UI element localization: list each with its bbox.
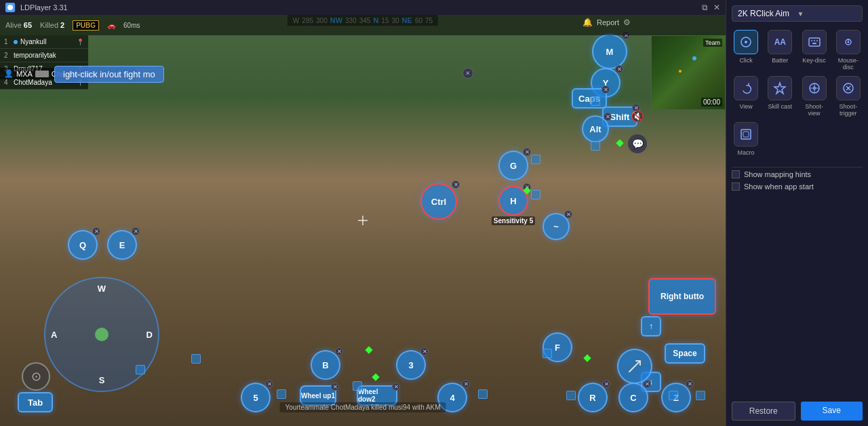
svg-rect-19 xyxy=(741,130,751,139)
weapon-icon xyxy=(35,71,49,77)
speed-value: 60ms xyxy=(123,22,140,29)
key-5[interactable]: ✕ 5 xyxy=(241,383,271,412)
batter-label: Batter xyxy=(772,57,788,64)
profile-dropdown[interactable]: 2K RClick Aim ▼ xyxy=(732,5,863,22)
close-icon[interactable]: ✕ xyxy=(392,383,400,391)
key-tab[interactable]: Tab xyxy=(18,392,53,412)
shoottrigger-icon xyxy=(836,76,861,100)
player-item: 2 temporarilytak xyxy=(0,49,88,62)
tool-click[interactable]: Click xyxy=(732,30,760,71)
tool-batter[interactable]: AA Batter xyxy=(766,30,794,71)
key-up-arrow[interactable]: ↑ xyxy=(641,316,661,336)
show-when-app-start-label: Show when app start xyxy=(744,182,814,191)
key-g[interactable]: ✕ G xyxy=(498,151,528,180)
key-right-button[interactable]: Right butto xyxy=(648,278,716,315)
action-buttons: Restore Save xyxy=(732,402,863,421)
tool-keydisc[interactable]: Key-disc xyxy=(800,30,829,71)
key-alt[interactable]: ✕ Alt xyxy=(582,115,609,142)
indicator xyxy=(669,391,678,400)
key-m[interactable]: ✕ M xyxy=(592,34,627,69)
bell-icon[interactable]: 🔔 xyxy=(583,18,593,27)
minimap: Team 00:00 xyxy=(651,35,726,110)
hud-report-area: 🔔 Report ⚙ xyxy=(583,18,631,27)
tool-macro[interactable]: Macro xyxy=(732,122,760,156)
close-icon[interactable]: ✕ xyxy=(265,380,273,388)
svg-rect-3 xyxy=(809,38,820,46)
key-tilde[interactable]: ✕ ~ xyxy=(542,213,570,240)
keydisc-label: Key-disc xyxy=(802,57,826,64)
game-area: Alive 65 Killed 2 PUBG 🚗 60ms W 285 300 … xyxy=(0,15,726,426)
close-icon[interactable]: ✕ xyxy=(132,227,140,235)
weapon-player: MXA xyxy=(16,70,33,78)
mousedisc-icon xyxy=(836,30,861,54)
indicator xyxy=(531,190,540,199)
chevron-down-icon: ▼ xyxy=(797,10,857,18)
tool-view[interactable]: View xyxy=(732,76,760,117)
show-mapping-hints-checkbox[interactable] xyxy=(732,170,740,178)
tool-shootview[interactable]: Shoot-view xyxy=(800,76,829,117)
app-title: LDPlayer 3.31 xyxy=(20,3,68,12)
close-icon[interactable]: ✕ xyxy=(462,380,470,388)
show-when-app-start-checkbox[interactable] xyxy=(732,182,740,191)
melee-button[interactable] xyxy=(617,349,652,384)
close-icon[interactable]: ✕ xyxy=(420,347,429,355)
close-icon[interactable]: ✕ xyxy=(335,347,343,355)
indicator xyxy=(478,389,488,399)
click-label: Click xyxy=(739,57,753,64)
indicator xyxy=(542,349,552,358)
speed-icon: 🚗 xyxy=(107,22,115,29)
restore-button[interactable]: ⧉ xyxy=(702,3,708,12)
scope-button[interactable]: ⊙ xyxy=(22,362,50,391)
key-ctrl[interactable]: ✕ Ctrl xyxy=(420,183,457,220)
save-button[interactable]: Save xyxy=(801,402,863,421)
tool-mousedisc[interactable]: Mouse-disc xyxy=(834,30,863,71)
close-icon[interactable]: ✕ xyxy=(615,65,623,73)
report-label[interactable]: Report xyxy=(597,18,619,26)
timer: 00:00 xyxy=(701,98,722,106)
dropdown-label: 2K RClick Aim xyxy=(738,9,797,18)
close-icon[interactable]: ✕ xyxy=(452,180,460,189)
close-button[interactable]: ✕ xyxy=(713,3,720,12)
key-r[interactable]: ✕ R xyxy=(578,383,608,412)
joystick-area[interactable]: W A S D xyxy=(44,277,159,392)
settings-icon[interactable]: ⚙ xyxy=(623,18,631,27)
aim-indicator xyxy=(372,373,379,381)
key-3[interactable]: ✕ 3 xyxy=(396,350,426,380)
joystick-outer[interactable]: W A S D xyxy=(44,277,159,392)
pubg-badge: PUBG xyxy=(73,20,99,31)
sensitivity-label: Sensitivity 5 xyxy=(492,216,535,225)
key-b[interactable]: ✕ B xyxy=(311,350,340,380)
key-e[interactable]: ✕ E xyxy=(107,230,137,260)
close-icon[interactable]: ✕ xyxy=(686,380,694,388)
aim-indicator xyxy=(365,346,372,353)
key-c[interactable]: ✕ C xyxy=(618,383,648,412)
key-w: W xyxy=(98,284,106,294)
close-icon[interactable]: ✕ xyxy=(604,113,612,121)
close-icon[interactable]: ✕ xyxy=(564,210,572,218)
key-space[interactable]: Space xyxy=(665,343,705,364)
close-icon[interactable]: ✕ xyxy=(601,85,610,94)
close-icon[interactable]: ✕ xyxy=(602,380,610,388)
close-icon[interactable]: ✕ xyxy=(523,148,531,156)
chat-icon[interactable]: 💬 xyxy=(628,134,647,153)
indicator xyxy=(531,155,540,164)
close-icon[interactable]: ✕ xyxy=(92,227,100,235)
close-icon[interactable]: ✕ xyxy=(331,383,339,391)
tooltip-close[interactable]: ✕ xyxy=(462,68,473,79)
tool-shoottrigger[interactable]: Shoot-trigger xyxy=(834,76,863,117)
keybind-tooltip: ight-click in/out fight mo xyxy=(54,66,164,83)
shoottrigger-label: Shoot-trigger xyxy=(834,103,863,117)
key-q[interactable]: ✕ Q xyxy=(68,230,98,260)
show-when-app-start-row[interactable]: Show when app start xyxy=(732,182,863,191)
view-label: View xyxy=(739,103,752,110)
right-panel: 2K RClick Aim ▼ Click AA Batter Key-disc xyxy=(726,0,868,426)
show-mapping-hints-row[interactable]: Show mapping hints xyxy=(732,170,863,178)
restore-button[interactable]: Restore xyxy=(732,402,795,421)
keydisc-icon xyxy=(802,30,827,54)
batter-icon: AA xyxy=(768,30,792,54)
volume-icon[interactable]: 🔇 xyxy=(631,110,644,123)
indicator xyxy=(136,365,145,374)
key-caps[interactable]: ✕ Caps xyxy=(572,88,607,109)
tool-skillcast[interactable]: Skill cast xyxy=(766,76,794,117)
shootview-icon xyxy=(802,76,827,100)
